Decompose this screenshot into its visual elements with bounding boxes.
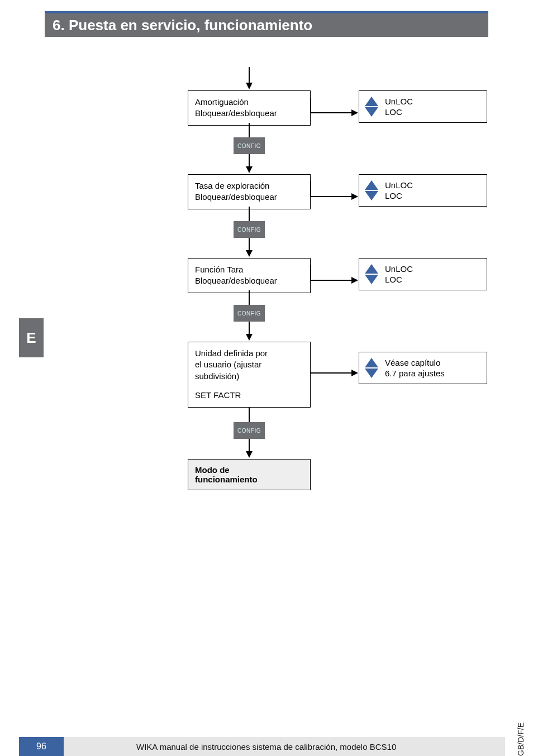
- step-box: Amortiguación Bloquear/desbloquear: [188, 90, 311, 126]
- option-label: UnLOC: [385, 264, 413, 274]
- arrow-right-icon: [351, 277, 358, 284]
- final-line: Modo de: [195, 465, 303, 475]
- arrow-down-icon: [246, 250, 253, 257]
- step-line: Bloquear/desbloquear: [195, 108, 303, 119]
- triangle-up-icon: [365, 358, 378, 367]
- connector-line: [310, 181, 311, 197]
- step-box: Función Tara Bloquear/desbloquear: [188, 258, 311, 293]
- connector-line: [249, 238, 250, 251]
- step-line: Unidad definida por: [195, 348, 303, 359]
- option-label: UnLOC: [385, 97, 413, 106]
- option-row: LOC: [365, 107, 481, 117]
- arrow-right-icon: [351, 193, 358, 200]
- connector-line: [249, 439, 250, 452]
- step-line: Bloquear/desbloquear: [195, 192, 303, 203]
- option-row: UnLOC: [365, 97, 481, 106]
- language-tab: E: [19, 318, 44, 357]
- option-row: LOC: [365, 275, 481, 284]
- page-footer: 96 WIKA manual de instrucciones sistema …: [19, 737, 505, 756]
- option-label: Véase capítulo: [385, 358, 440, 367]
- step-box: Unidad definida por el usuario (ajustar …: [188, 342, 311, 408]
- triangle-up-icon: [365, 264, 378, 274]
- config-button: CONFIG: [234, 422, 265, 439]
- triangle-down-icon: [365, 191, 378, 200]
- page: 6. Puesta en servicio, funcionamiento E …: [0, 0, 533, 756]
- triangle-up-icon: [365, 180, 378, 190]
- arrow-right-icon: [351, 370, 358, 376]
- step-line: subdivisión): [195, 371, 303, 382]
- final-box: Modo de funcionamiento: [188, 459, 311, 490]
- arrow-down-icon: [246, 83, 253, 89]
- triangle-down-icon: [365, 369, 378, 378]
- step-line: Tasa de exploración: [195, 180, 303, 192]
- option-row: UnLOC: [365, 180, 481, 190]
- connector-line: [310, 98, 311, 113]
- option-row: Véase capítulo: [365, 358, 481, 367]
- config-button: CONFIG: [234, 137, 265, 154]
- arrow-down-icon: [246, 166, 253, 173]
- option-box: UnLOC LOC: [359, 90, 487, 123]
- section-title: 6. Puesta en servicio, funcionamiento: [53, 17, 312, 34]
- connector-line: [249, 67, 250, 84]
- final-line: funcionamiento: [195, 475, 303, 484]
- option-label: LOC: [385, 191, 402, 200]
- option-box: UnLOC LOC: [359, 174, 487, 207]
- step-line: SET FACTR: [195, 390, 303, 401]
- option-box: Véase capítulo 6.7 para ajustes: [359, 352, 487, 384]
- option-box: UnLOC LOC: [359, 258, 487, 290]
- triangle-down-icon: [365, 275, 378, 284]
- footer-text: WIKA manual de instrucciones sistema de …: [136, 742, 396, 752]
- arrow-right-icon: [351, 109, 358, 116]
- step-line: Amortiguación: [195, 97, 303, 108]
- option-label: LOC: [385, 275, 402, 284]
- connector-line: [310, 280, 353, 281]
- option-row: LOC: [365, 191, 481, 200]
- triangle-up-icon: [365, 97, 378, 106]
- arrow-down-icon: [246, 451, 253, 458]
- document-code: 14051046.01 10/2012 GB/D/F/E: [516, 722, 525, 756]
- connector-line: [249, 123, 250, 137]
- arrow-down-icon: [246, 334, 253, 341]
- connector-line: [310, 196, 353, 197]
- option-row: 6.7 para ajustes: [365, 369, 481, 378]
- option-label: LOC: [385, 107, 402, 117]
- connector-line: [310, 265, 311, 281]
- triangle-down-icon: [365, 107, 378, 117]
- option-row: UnLOC: [365, 264, 481, 274]
- connector-line: [310, 112, 353, 113]
- connector-line: [249, 290, 250, 305]
- config-button: CONFIG: [234, 221, 265, 238]
- connector-line: [249, 207, 250, 221]
- step-line: el usuario (ajustar: [195, 359, 303, 370]
- section-header: 6. Puesta en servicio, funcionamiento: [45, 11, 488, 37]
- connector-line: [249, 408, 250, 422]
- connector-line: [249, 154, 250, 168]
- step-line: Función Tara: [195, 264, 303, 275]
- option-label: 6.7 para ajustes: [385, 369, 445, 378]
- connector-line: [310, 372, 353, 374]
- step-box: Tasa de exploración Bloquear/desbloquear: [188, 174, 311, 209]
- page-number: 96: [19, 737, 64, 756]
- step-line: Bloquear/desbloquear: [195, 275, 303, 286]
- option-label: UnLOC: [385, 180, 413, 190]
- connector-line: [249, 322, 250, 335]
- config-button: CONFIG: [234, 305, 265, 322]
